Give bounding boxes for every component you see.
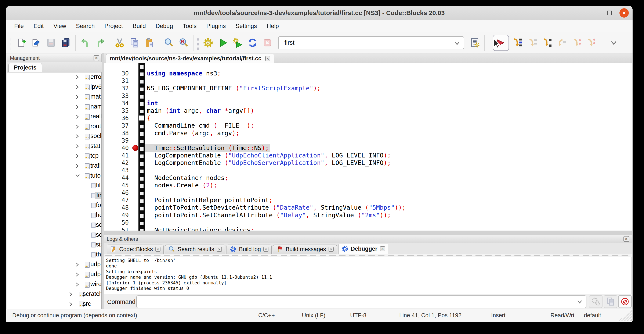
menu-help[interactable]: Help [262,20,284,32]
replace-icon[interactable]: R [177,36,190,49]
minimize-button[interactable] [590,8,599,18]
toolbar-grip[interactable] [488,36,490,50]
next-instruction-icon[interactable] [570,36,583,49]
paste-icon[interactable] [143,36,156,49]
maximize-button[interactable] [604,8,614,18]
new-file-icon[interactable] [15,36,28,49]
run-icon[interactable] [216,36,230,49]
build-target-select[interactable]: first [278,36,464,49]
menu-edit[interactable]: Edit [28,20,48,32]
tree-item-he[interactable]: he [7,211,102,220]
tree-item-se[interactable]: se [7,220,102,230]
tree-item-stat[interactable]: stat [7,142,102,151]
toolbar-grip[interactable] [197,36,199,50]
chevron-right-icon[interactable] [75,164,79,169]
fold-collapse-icon[interactable] [139,115,144,121]
copy-icon[interactable] [128,36,141,49]
tree-item-ipv6[interactable]: ipv6 [7,83,102,92]
chevron-right-icon[interactable] [75,114,79,120]
chevron-right-icon[interactable] [75,262,79,268]
find-icon[interactable] [162,36,175,49]
titlebar[interactable]: mnt/dev/tools/source/ns-3-dev/examples/t… [6,6,632,20]
logs-close-icon[interactable] [624,236,629,242]
management-close-icon[interactable] [94,55,99,61]
open-file-icon[interactable] [30,36,43,49]
abort-build-icon[interactable] [261,36,274,49]
menu-file[interactable]: File [9,20,28,32]
debugger-settings-button[interactable] [589,295,602,308]
command-dropdown-chevron-icon[interactable] [573,296,586,308]
tree-item-fo[interactable]: fo [7,201,102,210]
tree-item-se[interactable]: se [7,230,102,240]
resize-grip[interactable] [618,310,632,321]
tree-item-six[interactable]: six [7,240,102,250]
tree-item-sock[interactable]: sock [7,132,102,141]
build-and-run-icon[interactable] [231,36,244,49]
chevron-right-icon[interactable] [75,154,79,159]
close-button[interactable]: × [620,8,629,18]
menu-project[interactable]: Project [100,20,128,32]
menu-build[interactable]: Build [128,20,150,32]
run-to-cursor-icon[interactable] [511,36,524,49]
chevron-right-icon[interactable] [69,292,72,297]
chevron-down-icon[interactable] [75,174,80,178]
tab-projects[interactable]: Projects [8,63,42,72]
tree-item-reall[interactable]: reall [7,112,102,122]
tree-item-nam[interactable]: nam [7,102,102,112]
tree-item-src[interactable]: src [7,299,102,309]
menu-debug[interactable]: Debug [151,20,178,32]
log-tab-close-icon[interactable] [380,246,385,251]
tree-item-mat[interactable]: mat [7,92,102,102]
tree-item-rout[interactable]: rout [7,122,102,132]
menu-search[interactable]: Search [71,20,100,32]
tree-item-udp[interactable]: udp [7,260,102,269]
tree-item-wire[interactable]: wire [7,280,102,289]
chevron-right-icon[interactable] [75,105,79,110]
log-tab-debugger[interactable]: Debugger [338,244,388,254]
chevron-right-icon[interactable] [75,124,79,130]
next-line-icon[interactable] [526,36,538,49]
toolbar-overflow-chevron-icon[interactable] [608,38,619,48]
tree-item-th[interactable]: th [7,250,102,260]
tree-item-trafl[interactable]: trafl [7,161,102,171]
log-tab-close-icon[interactable] [217,247,222,252]
menu-view[interactable]: View [48,20,71,32]
menu-tools[interactable]: Tools [178,20,201,32]
project-tree[interactable]: erroipv6matnamreallroutsockstattcptraflt… [7,73,102,309]
chevron-right-icon[interactable] [69,302,72,307]
chevron-right-icon[interactable] [75,282,79,288]
command-input[interactable] [139,297,558,307]
save-icon[interactable] [44,36,58,49]
menu-plugins[interactable]: Plugins [202,20,231,32]
code-text-area[interactable]: using namespace ns3;NS_LOG_COMPONENT_DEF… [145,63,632,231]
tree-item-udp-[interactable]: udp- [7,270,102,279]
compiler-log-icon[interactable] [468,36,482,49]
debug-continue-button[interactable] [493,35,509,51]
redo-icon[interactable] [94,36,107,49]
log-tab-build-log[interactable]: Build log [226,245,272,254]
cut-icon[interactable] [113,36,126,49]
clear-log-button[interactable] [618,295,632,308]
logs-splitter[interactable] [104,231,632,235]
menu-settings[interactable]: Settings [230,20,262,32]
toolbar-grip[interactable] [10,36,12,50]
chevron-right-icon[interactable] [75,95,79,100]
log-tab-code-blocks[interactable]: Code::Blocks [107,245,164,254]
breakpoint-marker[interactable] [132,145,138,151]
editor-tab-close-icon[interactable] [265,56,270,61]
rebuild-icon[interactable] [246,36,259,49]
tree-item-fir[interactable]: fir [7,191,102,201]
step-out-icon[interactable] [555,36,568,49]
breakpoint-margin[interactable] [132,63,138,231]
chevron-right-icon[interactable] [75,272,79,278]
chevron-right-icon[interactable] [75,85,79,91]
build-icon[interactable] [202,36,215,49]
editor-tab[interactable]: mnt/dev/tools/source/ns-3-dev/examples/t… [106,54,274,63]
command-combobox[interactable] [136,295,586,308]
tree-item-scratch[interactable]: scratch [7,289,102,299]
log-tab-build-messages[interactable]: Build messages [273,245,337,254]
log-tab-close-icon[interactable] [328,247,334,252]
tree-item-erro[interactable]: erro [7,73,102,82]
tree-item-tuto[interactable]: tuto [7,171,102,181]
chevron-right-icon[interactable] [75,144,79,150]
